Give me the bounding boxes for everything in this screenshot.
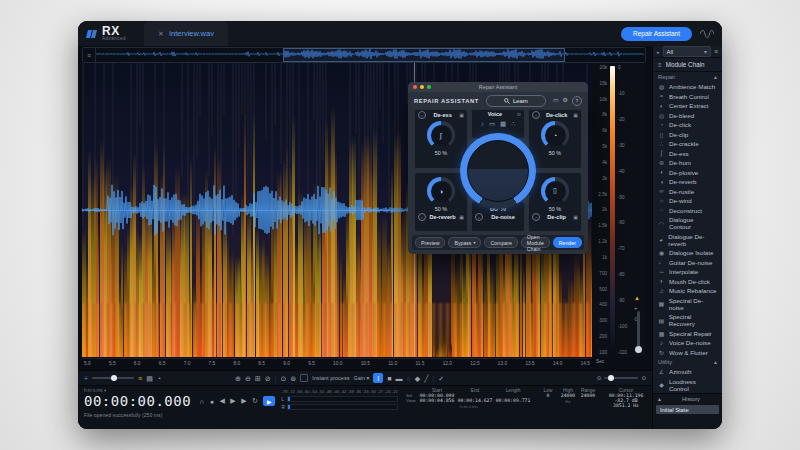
info-icon[interactable]: i <box>532 213 540 221</box>
layout-icon[interactable]: ▤ <box>146 374 153 383</box>
sidebar-item-guitar-de-noise[interactable]: ♩Guitar De-noise <box>653 258 722 268</box>
gain-dropdown[interactable]: Gain ▾ <box>353 375 369 381</box>
sidebar-item-dialogue-contour[interactable]: ◠Dialogue Contour <box>653 215 722 232</box>
file-tab[interactable]: ✕ Interview.wav <box>144 21 228 46</box>
sidebar-item-spectral-de-noise[interactable]: ▦Spectral De-noise <box>653 296 722 313</box>
module-list-view-icon[interactable]: ≡ <box>714 48 718 55</box>
de-noise-main-knob[interactable] <box>460 133 536 209</box>
find-similar-tool-icon[interactable]: ✓ <box>438 374 444 383</box>
loop-icon[interactable]: ↻ <box>252 397 258 405</box>
sidebar-item-spectral-recovery[interactable]: ▤Spectral Recovery <box>653 312 722 329</box>
de-click-knob[interactable]: ◔ <box>541 121 569 149</box>
grab-tool-icon[interactable]: ⊛ <box>290 374 296 383</box>
skip-forward-icon[interactable]: ▶ <box>241 397 247 405</box>
zoom-slider[interactable]: ⊙ ⊙ <box>597 374 646 383</box>
section-header-utility[interactable]: Utility ▴ <box>653 357 722 367</box>
sidebar-item-loudness-control[interactable]: ◆Loudness Control <box>653 377 722 394</box>
sidebar-item-ambience-match[interactable]: ◍Ambience Match <box>653 82 722 92</box>
de-ess-knob[interactable]: ∫ <box>427 121 455 149</box>
sidebar-item-de-plosive[interactable]: ◖De-plosive <box>653 168 722 178</box>
sidebar-item-mouth-de-click[interactable]: ◗Mouth De-click <box>653 277 722 287</box>
sidebar-item-dialogue-isolate[interactable]: ◉Dialogue Isolate <box>653 248 722 258</box>
sidebar-item-dialogue-de-reverb[interactable]: ◕Dialogue De-reverb <box>653 232 722 249</box>
info-icon[interactable]: i <box>532 111 540 119</box>
sidebar-item-de-hum[interactable]: ⊚De-hum <box>653 158 722 168</box>
mic-icon[interactable]: ⊙ <box>517 111 521 117</box>
spectrogram-colorbar[interactable] <box>610 66 615 354</box>
wand-tool-icon[interactable]: ◆ <box>415 374 420 383</box>
sidebar-item-de-bleed[interactable]: ◎De-bleed <box>653 111 722 121</box>
zoom-reset-icon[interactable]: ⊘ <box>265 374 271 383</box>
de-reverb-knob[interactable]: ◑ <box>427 177 455 205</box>
warning-icon[interactable]: ▲ <box>634 295 640 301</box>
tab-close-icon[interactable]: ✕ <box>158 30 164 38</box>
overview-menu-icon[interactable]: ≡ <box>83 48 96 62</box>
clipboard-icon[interactable]: ▣ <box>573 112 578 118</box>
sidebar-item-music-rebalance[interactable]: ♫Music Rebalance <box>653 286 722 296</box>
tape-icon[interactable]: ▭ <box>489 120 495 128</box>
magnify-tool-icon[interactable]: ⊙ <box>280 374 286 383</box>
zoom-selection-icon[interactable]: ⊞ <box>255 374 261 383</box>
sidebar-item-wow-flutter[interactable]: ↻Wow & Flutter <box>653 348 722 358</box>
colormap-gain-slider[interactable] <box>637 311 640 353</box>
learn-button[interactable]: Learn <box>486 95 546 107</box>
spectrogram-waveform-blend-icon[interactable]: ≡ <box>138 374 142 383</box>
clipboard-icon[interactable]: ▣ <box>459 214 464 220</box>
info-icon[interactable]: i <box>475 213 483 221</box>
bypass-button[interactable]: Bypass▾ <box>448 237 481 248</box>
frequency-selection-tool-icon[interactable]: ▬ <box>396 374 403 383</box>
collapse-icon[interactable]: ▸ <box>657 49 660 55</box>
sidebar-item-de-crackle[interactable]: ∴De-crackle <box>653 139 722 149</box>
overview-view-region[interactable] <box>283 48 565 62</box>
sidebar-item-voice-de-noise[interactable]: ♪Voice De-noise <box>653 338 722 348</box>
sidebar-item-module-chain[interactable]: ≡ Module Chain <box>653 58 722 72</box>
help-icon[interactable]: ? <box>572 96 582 106</box>
instant-process-checkbox[interactable] <box>300 374 308 382</box>
monitor-icon[interactable]: ∩ <box>199 398 205 405</box>
section-header-repair[interactable]: Repair ▴ <box>653 72 722 82</box>
sidebar-item-breath-control[interactable]: ≈Breath Control <box>653 92 722 102</box>
repair-assistant-button[interactable]: Repair Assistant <box>621 27 692 41</box>
share-icon[interactable]: ∴ <box>511 120 515 128</box>
preview-button[interactable]: Preview <box>415 237 445 248</box>
sidebar-item-deconstruct[interactable]: ◌Deconstruct <box>653 206 722 216</box>
dialog-title-bar[interactable]: Repair Assistant <box>408 82 588 92</box>
module-filter-dropdown[interactable]: All▾ <box>663 46 711 57</box>
record-icon[interactable]: ● <box>210 398 215 405</box>
display-settings-icon[interactable]: ▭ <box>553 96 559 106</box>
compare-button[interactable]: Compare <box>484 237 517 248</box>
lasso-tool-icon[interactable]: ◌ <box>407 374 411 383</box>
sidebar-item-spectral-repair[interactable]: ▩Spectral Repair <box>653 329 722 339</box>
gear-icon[interactable]: ⚙ <box>563 96 568 106</box>
time-selection-tool[interactable]: I <box>373 373 383 383</box>
zoom-out-icon[interactable]: ⊖ <box>245 374 251 383</box>
volume-slider[interactable] <box>92 377 134 379</box>
time-frequency-selection-tool-icon[interactable]: ■ <box>387 374 391 383</box>
sidebar-item-interpolate[interactable]: ∼Interpolate <box>653 267 722 277</box>
zoom-out-small-icon[interactable]: ⊙ <box>597 374 602 383</box>
sidebar-item-de-ess[interactable]: ∫De-ess <box>653 149 722 159</box>
render-button[interactable]: Render <box>553 237 582 248</box>
pan-icon[interactable]: + <box>84 374 88 383</box>
clipboard-icon[interactable]: ▣ <box>573 214 578 220</box>
waveform-stats-icon[interactable] <box>700 28 714 40</box>
info-icon[interactable]: i <box>418 213 426 221</box>
play-button[interactable]: ▶ <box>263 396 275 406</box>
history-collapse-icon[interactable]: ▴ <box>658 396 661 402</box>
zoom-in-icon[interactable]: ⊕ <box>235 374 241 383</box>
history-item[interactable]: Initial State <box>656 405 719 414</box>
sidebar-item-de-reverb[interactable]: ◑De-reverb <box>653 177 722 187</box>
sidebar-item-azimuth[interactable]: ∠Azimuth <box>653 367 722 377</box>
sidebar-item-de-wind[interactable]: ○De-wind <box>653 196 722 206</box>
time-ruler[interactable]: 5.05.56.06.57.07.58.08.59.09.510.010.511… <box>82 358 592 368</box>
info-icon[interactable]: i <box>418 111 426 119</box>
frequency-ruler[interactable]: 20k15k10k8k6k5k4k3k2.5k2k1.5k1.2k1k70050… <box>592 63 609 357</box>
zoom-in-small-icon[interactable]: ⊙ <box>641 374 646 383</box>
speaker-icon[interactable]: ♪ <box>481 120 484 128</box>
sidebar-item-de-clip[interactable]: ▯De-clip <box>653 130 722 140</box>
de-clip-knob[interactable]: ▯ <box>541 177 569 205</box>
sidebar-item-de-rustle[interactable]: ∞De-rustle <box>653 187 722 197</box>
open-module-chain-button[interactable]: Open Module Chain <box>521 237 550 248</box>
clock-icon[interactable]: ◔ <box>157 374 161 383</box>
skip-back-icon[interactable]: ◀ <box>219 397 225 405</box>
